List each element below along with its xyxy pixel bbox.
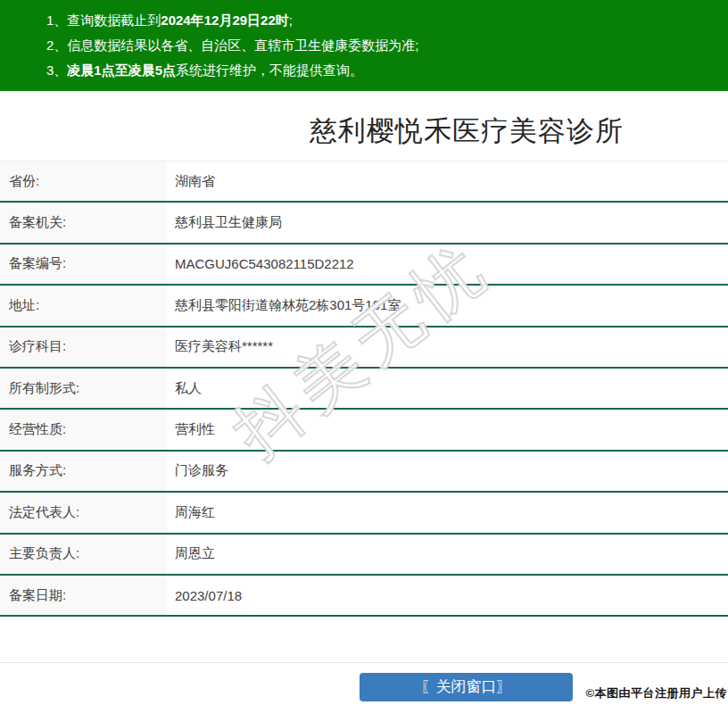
notice-text: 查询数据截止到 (67, 12, 161, 28)
table-row: 法定代表人: 周海红 (0, 493, 728, 534)
row-value: 营利性 (167, 410, 728, 449)
page-title: 慈利樱悦禾医疗美容诊所 (205, 114, 728, 148)
notice-item: 3、凌晨1点至凌晨5点系统进行维护，不能提供查询。 (46, 58, 719, 83)
row-label: 地址: (0, 286, 167, 325)
row-value: 慈利县零阳街道翰林苑2栋301号101室 (167, 286, 728, 325)
table-row: 省份: 湖南省 (0, 162, 728, 203)
notice-number: 2、 (46, 37, 67, 53)
row-value: 湖南省 (167, 162, 728, 201)
row-label: 法定代表人: (0, 493, 167, 532)
row-label: 主要负责人: (0, 535, 167, 574)
row-label: 所有制形式: (0, 369, 167, 408)
query-result-page: 1、查询数据截止到2024年12月29日22时; 2、信息数据结果以各省、自治区… (0, 0, 728, 705)
table-row: 主要负责人: 周恩立 (0, 535, 728, 576)
notice-text: 信息数据结果以各省、自治区、直辖市卫生健康委数据为准; (67, 37, 418, 53)
table-row: 备案机关: 慈利县卫生健康局 (0, 203, 728, 244)
registration-info-table: 省份: 湖南省 备案机关: 慈利县卫生健康局 备案编号: MACGUJ6C543… (0, 161, 728, 617)
table-row: 地址: 慈利县零阳街道翰林苑2栋301号101室 (0, 286, 728, 327)
footer-bar: 〖关闭窗口〗 ©本图由平台注册用户上传 (0, 662, 728, 705)
row-value: 慈利县卫生健康局 (167, 203, 728, 242)
row-value: MACGUJ6C543082115D2212 (167, 245, 728, 284)
row-label: 经营性质: (0, 410, 167, 449)
close-window-button[interactable]: 〖关闭窗口〗 (360, 673, 573, 701)
copyright-note: ©本图由平台注册用户上传 (585, 685, 727, 701)
row-value: 医疗美容科****** (167, 328, 728, 367)
row-label: 诊疗科目: (0, 328, 167, 367)
notice-text: ; (289, 12, 293, 28)
row-label: 备案机关: (0, 203, 167, 242)
table-row: 诊疗科目: 医疗美容科****** (0, 328, 728, 369)
row-label: 服务方式: (0, 452, 167, 491)
row-value: 2023/07/18 (167, 576, 728, 615)
table-row: 所有制形式: 私人 (0, 369, 728, 410)
row-value: 周海红 (167, 493, 728, 532)
row-value: 私人 (167, 369, 728, 408)
row-label: 备案日期: (0, 576, 167, 615)
table-row: 服务方式: 门诊服务 (0, 452, 728, 493)
notice-item: 1、查询数据截止到2024年12月29日22时; (46, 8, 719, 33)
notice-bold-text: 2024年12月29日22时 (161, 12, 288, 28)
row-value: 门诊服务 (167, 452, 728, 491)
notice-text: 系统进行维护，不能提供查询。 (176, 62, 363, 78)
notice-item: 2、信息数据结果以各省、自治区、直辖市卫生健康委数据为准; (46, 33, 719, 58)
notice-number: 3、 (46, 62, 67, 78)
notice-bold-text: 凌晨1点至凌晨5点 (67, 62, 176, 78)
title-area: 慈利樱悦禾医疗美容诊所 (0, 91, 728, 161)
table-row: 备案编号: MACGUJ6C543082115D2212 (0, 245, 728, 286)
row-label: 省份: (0, 162, 167, 201)
notice-banner: 1、查询数据截止到2024年12月29日22时; 2、信息数据结果以各省、自治区… (0, 0, 728, 91)
row-value: 周恩立 (167, 535, 728, 574)
notice-number: 1、 (46, 12, 67, 28)
row-label: 备案编号: (0, 245, 167, 284)
table-row: 备案日期: 2023/07/18 (0, 576, 728, 617)
table-row: 经营性质: 营利性 (0, 410, 728, 451)
